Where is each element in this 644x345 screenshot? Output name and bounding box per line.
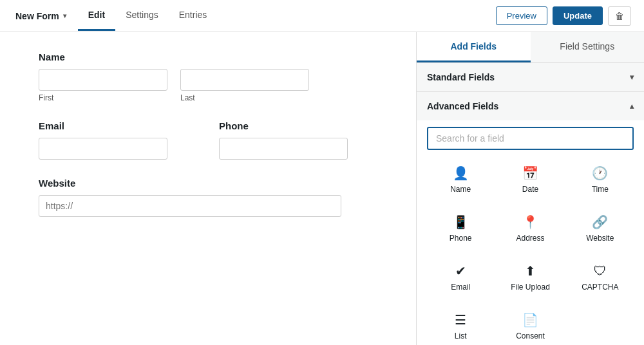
name-label: Name	[39, 51, 377, 62]
email-phone-row: Email Phone	[39, 120, 377, 160]
standard-fields-header[interactable]: Standard Fields ▾	[417, 63, 644, 91]
last-name-input[interactable]	[180, 69, 309, 91]
field-item-consent[interactable]: 📄 Consent	[497, 303, 564, 345]
field-consent-label: Consent	[516, 331, 545, 340]
sidebar-tab-add-fields[interactable]: Add Fields	[417, 32, 531, 62]
upload-icon: ⬆	[525, 263, 536, 279]
field-item-name[interactable]: 👤 Name	[427, 156, 494, 203]
new-form-button[interactable]: New Form ▾	[13, 7, 69, 25]
email-icon: ✔	[455, 263, 466, 279]
tab-entries[interactable]: Entries	[169, 1, 218, 31]
main-content: Name First Last Email	[0, 32, 644, 345]
phone-icon: 📱	[453, 214, 469, 230]
phone-label: Phone	[219, 120, 377, 131]
search-field-input[interactable]	[427, 127, 634, 150]
chevron-up-icon: ▴	[630, 102, 634, 111]
field-item-phone[interactable]: 📱 Phone	[427, 205, 494, 252]
standard-fields-accordion: Standard Fields ▾	[417, 63, 644, 92]
standard-fields-label: Standard Fields	[427, 72, 495, 82]
website-input[interactable]	[39, 195, 341, 217]
calendar-icon: 📅	[522, 165, 538, 181]
field-item-list[interactable]: ☰ List	[427, 303, 494, 345]
advanced-fields-header[interactable]: Advanced Fields ▴	[417, 92, 644, 120]
field-item-time[interactable]: 🕐 Time	[567, 156, 634, 203]
chevron-down-icon: ▾	[63, 12, 66, 19]
field-time-label: Time	[592, 185, 609, 194]
sidebar-tab-field-settings[interactable]: Field Settings	[531, 32, 645, 62]
trash-icon: 🗑	[615, 11, 624, 21]
consent-icon: 📄	[522, 312, 538, 328]
phone-input[interactable]	[219, 138, 348, 160]
field-item-address[interactable]: 📍 Address	[497, 205, 564, 252]
field-item-date[interactable]: 📅 Date	[497, 156, 564, 203]
header-right: Preview Update 🗑	[496, 6, 631, 26]
person-icon: 👤	[453, 165, 469, 181]
preview-button[interactable]: Preview	[496, 6, 547, 25]
sidebar: Add Fields Field Settings Standard Field…	[416, 32, 644, 345]
name-field-row: First Last	[39, 69, 377, 102]
tab-edit[interactable]: Edit	[78, 1, 115, 31]
field-phone-label: Phone	[450, 234, 472, 243]
email-input[interactable]	[39, 138, 167, 160]
new-form-label: New Form	[15, 11, 59, 21]
email-phone-group: Email Phone	[39, 120, 377, 160]
name-field-group: Name First Last	[39, 51, 377, 102]
advanced-fields-label: Advanced Fields	[427, 101, 498, 111]
field-website-label: Website	[586, 234, 614, 243]
form-area: Name First Last Email	[0, 32, 416, 345]
update-button[interactable]: Update	[553, 6, 603, 25]
advanced-fields-content: 👤 Name 📅 Date 🕐 Time 📱	[417, 120, 644, 345]
first-name-input[interactable]	[39, 69, 167, 91]
field-item-website[interactable]: 🔗 Website	[567, 205, 634, 252]
field-address-label: Address	[516, 234, 544, 243]
field-name-label: Name	[450, 185, 471, 194]
nav-tabs: Edit Settings Entries	[78, 1, 218, 31]
website-field-group: Website	[39, 178, 377, 217]
location-icon: 📍	[522, 214, 538, 230]
website-field-row	[39, 195, 377, 217]
trash-button[interactable]: 🗑	[608, 6, 631, 26]
website-col	[39, 195, 341, 217]
header-left: New Form ▾ Edit Settings Entries	[13, 1, 217, 31]
phone-col: Phone	[219, 120, 377, 160]
advanced-fields-accordion: Advanced Fields ▴ 👤 Name 📅 Date	[417, 92, 644, 345]
field-email-label: Email	[451, 283, 470, 292]
field-item-email[interactable]: ✔ Email	[427, 254, 494, 301]
field-item-captcha[interactable]: 🛡 CAPTCHA	[567, 254, 634, 301]
sidebar-tabs: Add Fields Field Settings	[417, 32, 644, 63]
field-file-upload-label: File Upload	[511, 283, 550, 292]
last-name-col: Last	[180, 69, 309, 102]
list-icon: ☰	[455, 312, 466, 328]
email-label: Email	[39, 120, 167, 131]
header: New Form ▾ Edit Settings Entries Preview…	[0, 0, 644, 32]
fields-grid: 👤 Name 📅 Date 🕐 Time 📱	[427, 156, 634, 345]
first-sublabel: First	[39, 93, 167, 102]
chevron-down-icon: ▾	[630, 73, 634, 82]
field-list-label: List	[455, 331, 467, 340]
link-icon: 🔗	[592, 214, 608, 230]
email-col: Email	[39, 120, 167, 160]
first-name-col: First	[39, 69, 167, 102]
tab-settings[interactable]: Settings	[115, 1, 169, 31]
field-date-label: Date	[522, 185, 538, 194]
field-item-file-upload[interactable]: ⬆ File Upload	[497, 254, 564, 301]
clock-icon: 🕐	[592, 165, 608, 181]
website-label: Website	[39, 178, 377, 189]
last-sublabel: Last	[180, 93, 309, 102]
field-captcha-label: CAPTCHA	[582, 283, 618, 292]
shield-icon: 🛡	[594, 264, 607, 279]
